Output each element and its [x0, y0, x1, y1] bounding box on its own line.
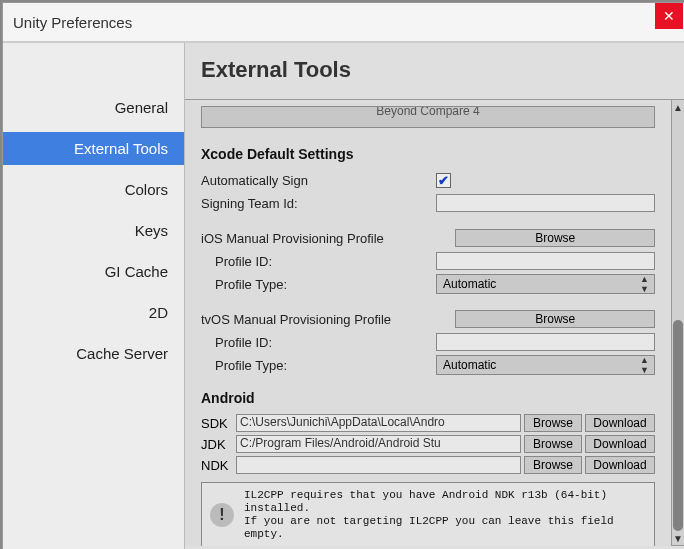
sdk-download-button[interactable]: Download [585, 414, 655, 432]
scroll-up-icon[interactable]: ▲ [672, 100, 684, 114]
check-icon: ✔ [438, 174, 449, 187]
sidebar: General External Tools Colors Keys GI Ca… [3, 43, 185, 549]
sidebar-item-gi-cache[interactable]: GI Cache [3, 255, 184, 288]
signing-team-input[interactable] [436, 194, 655, 212]
android-header: Android [201, 390, 655, 406]
auto-sign-label: Automatically Sign [201, 173, 436, 188]
ndk-download-button[interactable]: Download [585, 456, 655, 474]
chevron-updown-icon: ▲▼ [640, 274, 648, 294]
ndk-label: NDK [201, 458, 236, 473]
scroll-thumb[interactable] [673, 320, 683, 531]
page-title: External Tools [185, 43, 684, 99]
close-button[interactable]: ✕ [655, 3, 683, 29]
main-panel: External Tools Beyond Compare 4 Xcode De… [185, 43, 684, 549]
tvos-profile-id-input[interactable] [436, 333, 655, 351]
tvos-profile-id-label: Profile ID: [201, 335, 436, 350]
jdk-download-button[interactable]: Download [585, 435, 655, 453]
window-title: Unity Preferences [13, 14, 132, 31]
ios-profile-id-label: Profile ID: [201, 254, 436, 269]
content-inner: Beyond Compare 4 Xcode Default Settings … [185, 100, 671, 546]
scrollbar[interactable]: ▲ ▼ [671, 99, 684, 546]
ndk-browse-button[interactable]: Browse [524, 456, 582, 474]
scroll-down-icon[interactable]: ▼ [672, 531, 684, 545]
chevron-updown-icon: ▲▼ [640, 355, 648, 375]
jdk-input[interactable]: C:/Program Files/Android/Android Stu [236, 435, 521, 453]
sdk-input[interactable]: C:\Users\Junichi\AppData\Local\Andro [236, 414, 521, 432]
tvos-profile-type-label: Profile Type: [201, 358, 436, 373]
main-content: Beyond Compare 4 Xcode Default Settings … [185, 99, 671, 546]
tvos-browse-button[interactable]: Browse [455, 310, 655, 328]
ios-profile-id-input[interactable] [436, 252, 655, 270]
titlebar[interactable]: Unity Preferences ✕ [3, 3, 684, 43]
sdk-label: SDK [201, 416, 236, 431]
tvos-profile-type-dropdown[interactable]: Automatic ▲▼ [436, 355, 655, 375]
ndk-input[interactable] [236, 456, 521, 474]
signing-team-label: Signing Team Id: [201, 196, 436, 211]
ios-browse-button[interactable]: Browse [455, 229, 655, 247]
preferences-window: Unity Preferences ✕ General External Too… [2, 2, 684, 549]
ios-profile-type-value: Automatic [443, 277, 496, 291]
sidebar-item-colors[interactable]: Colors [3, 173, 184, 206]
sidebar-item-cache-server[interactable]: Cache Server [3, 337, 184, 370]
auto-sign-checkbox[interactable]: ✔ [436, 173, 451, 188]
ios-profile-type-label: Profile Type: [201, 277, 436, 292]
jdk-browse-button[interactable]: Browse [524, 435, 582, 453]
sidebar-item-general[interactable]: General [3, 91, 184, 124]
sidebar-item-2d[interactable]: 2D [3, 296, 184, 329]
ios-profile-header: iOS Manual Provisioning Profile [201, 231, 455, 246]
xcode-header: Xcode Default Settings [201, 146, 655, 162]
close-icon: ✕ [663, 8, 675, 24]
diff-tool-dropdown[interactable]: Beyond Compare 4 [201, 106, 655, 128]
tvos-profile-type-value: Automatic [443, 358, 496, 372]
sdk-browse-button[interactable]: Browse [524, 414, 582, 432]
ndk-info-box: ! IL2CPP requires that you have Android … [201, 482, 655, 546]
tvos-profile-header: tvOS Manual Provisioning Profile [201, 312, 455, 327]
info-text: IL2CPP requires that you have Android ND… [244, 489, 646, 541]
sidebar-item-keys[interactable]: Keys [3, 214, 184, 247]
window-body: General External Tools Colors Keys GI Ca… [3, 43, 684, 549]
info-icon: ! [210, 503, 234, 527]
sidebar-item-external-tools[interactable]: External Tools [3, 132, 184, 165]
ios-profile-type-dropdown[interactable]: Automatic ▲▼ [436, 274, 655, 294]
jdk-label: JDK [201, 437, 236, 452]
